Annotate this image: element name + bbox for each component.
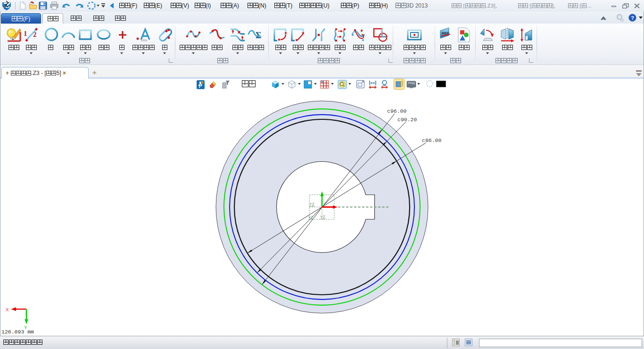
svg-text:?: ?	[631, 15, 634, 21]
svg-text:c86.00: c86.00	[422, 137, 442, 143]
svg-text:Σ: Σ	[256, 30, 261, 40]
svg-text:c90.20: c90.20	[397, 116, 417, 123]
svg-text:126.093 mm: 126.093 mm	[1, 329, 34, 335]
svg-text:X: X	[6, 307, 9, 313]
svg-text:1: 1	[24, 30, 27, 37]
svg-text:c96.00: c96.00	[387, 108, 407, 114]
